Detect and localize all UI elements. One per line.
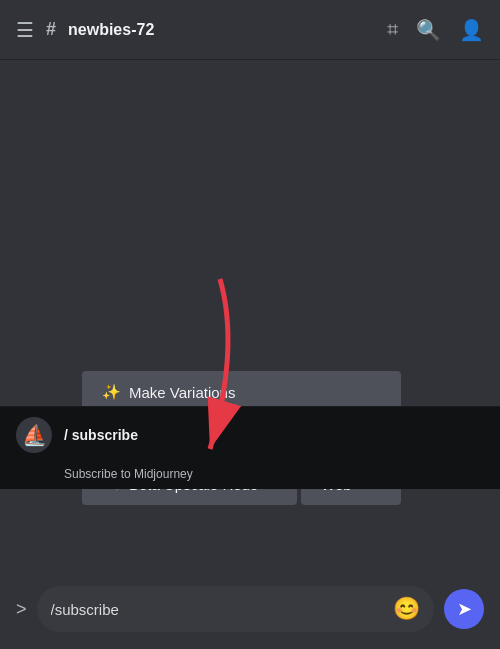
message-input[interactable] <box>51 601 385 618</box>
autocomplete-command: / subscribe <box>64 427 138 443</box>
header: ☰ # newbies-72 ⌗ 🔍 👤 <box>0 0 500 60</box>
members-icon[interactable]: 👤 <box>459 18 484 42</box>
bot-icon: ⛵ <box>16 417 52 453</box>
expand-icon[interactable]: > <box>16 599 27 620</box>
send-button[interactable]: ➤ <box>444 589 484 629</box>
emoji-button[interactable]: 😊 <box>393 596 420 622</box>
search-icon[interactable]: 🔍 <box>416 18 441 42</box>
input-bar: > 😊 ➤ <box>0 569 500 649</box>
make-variations-label: Make Variations <box>129 384 235 401</box>
main-content: ✨ Make Variations 🔍 Light Upscale Redo 🔍… <box>0 60 500 569</box>
menu-icon[interactable]: ☰ <box>16 18 34 42</box>
header-actions: ⌗ 🔍 👤 <box>387 18 484 42</box>
channel-name: newbies-72 <box>68 21 375 39</box>
autocomplete-description: Subscribe to Midjourney <box>0 463 500 489</box>
send-icon: ➤ <box>457 598 472 620</box>
autocomplete-item[interactable]: ⛵ / subscribe <box>0 407 500 463</box>
hash-icon: # <box>46 19 56 40</box>
make-variations-icon: ✨ <box>102 383 121 401</box>
threads-icon[interactable]: ⌗ <box>387 18 398 41</box>
bot-symbol: ⛵ <box>22 423 47 447</box>
input-field-wrap: 😊 <box>37 586 434 632</box>
autocomplete-popup: ⛵ / subscribe Subscribe to Midjourney <box>0 406 500 489</box>
